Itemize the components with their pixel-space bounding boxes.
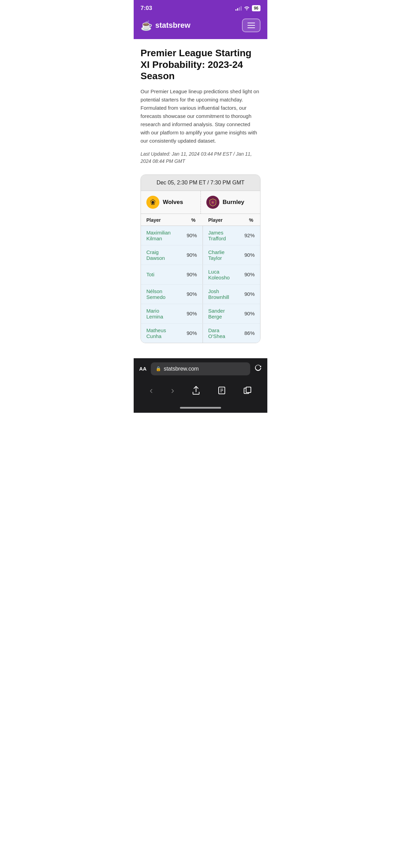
home-player-name[interactable]: Mario Lemina	[141, 304, 181, 323]
home-player-pct: 90%	[181, 304, 202, 323]
home-player-name[interactable]: Matheus Cunha	[141, 323, 181, 343]
match-card: Dec 05, 2:30 PM ET / 7:30 PM GMT Wolves	[141, 174, 260, 343]
match-datetime: Dec 05, 2:30 PM ET / 7:30 PM GMT	[141, 175, 260, 191]
wifi-icon	[244, 5, 250, 11]
home-bar	[180, 407, 221, 409]
away-player-pct: 92%	[239, 226, 260, 245]
away-player-header: Player	[203, 214, 239, 226]
text-size-button[interactable]: AA	[139, 366, 147, 372]
menu-line-3	[247, 27, 255, 28]
away-player-pct: 90%	[239, 304, 260, 323]
away-player-name[interactable]: Josh Brownhill	[203, 284, 239, 304]
table-row: Craig Dawson 90% Charlie Taylor 90%	[141, 245, 260, 265]
svg-text:B: B	[212, 201, 214, 204]
away-player-name[interactable]: Dara O'Shea	[203, 323, 239, 343]
page-description: Our Premier League lineup predictions sh…	[141, 87, 260, 145]
table-header: Player % Player %	[141, 214, 260, 226]
home-player-pct: 90%	[181, 323, 202, 343]
table-row: Nélson Semedo 90% Josh Brownhill 90%	[141, 284, 260, 304]
home-team-section: Wolves	[141, 191, 201, 214]
table-row: Toti 90% Luca Koleosho 90%	[141, 265, 260, 284]
table-row: Matheus Cunha 90% Dara O'Shea 86%	[141, 323, 260, 343]
home-player-name[interactable]: Maximilian Kilman	[141, 226, 181, 245]
table-row: Mario Lemina 90% Sander Berge 90%	[141, 304, 260, 323]
menu-line-2	[247, 25, 255, 26]
main-content: Premier League Starting XI Probability: …	[134, 39, 267, 355]
home-team-name: Wolves	[163, 199, 183, 206]
share-button[interactable]	[187, 385, 205, 396]
logo-text: statsbrew	[155, 21, 191, 30]
home-player-name[interactable]: Nélson Semedo	[141, 284, 181, 304]
away-player-pct: 90%	[239, 245, 260, 265]
menu-button[interactable]	[242, 19, 260, 32]
signal-icon	[235, 6, 242, 11]
players-table: Player % Player % Maximilian Kilman 90% …	[141, 214, 260, 343]
home-indicator	[134, 404, 267, 413]
browser-bar: AA 🔒 statsbrew.com	[134, 358, 267, 379]
home-player-pct: 90%	[181, 226, 202, 245]
away-player-pct: 90%	[239, 265, 260, 284]
logo: ☕ statsbrew	[141, 20, 191, 31]
url-text: statsbrew.com	[164, 366, 199, 372]
away-team-section: B Burnley	[201, 191, 260, 214]
back-button[interactable]: ‹	[144, 384, 158, 397]
home-player-name[interactable]: Craig Dawson	[141, 245, 181, 265]
away-player-pct: 90%	[239, 284, 260, 304]
home-player-pct: 90%	[181, 265, 202, 284]
away-pct-header: %	[239, 214, 260, 226]
home-player-pct: 90%	[181, 245, 202, 265]
status-bar: 7:03 96	[134, 0, 267, 15]
tabs-button[interactable]	[238, 385, 257, 396]
logo-icon: ☕	[141, 20, 153, 31]
url-bar[interactable]: 🔒 statsbrew.com	[151, 362, 250, 375]
home-pct-header: %	[181, 214, 202, 226]
last-updated: Last Updated: Jan 11, 2024 03:44 PM EST …	[141, 150, 260, 165]
away-team-name: Burnley	[223, 199, 244, 206]
svg-rect-9	[246, 387, 251, 393]
burnley-badge: B	[206, 196, 219, 209]
lock-icon: 🔒	[156, 366, 161, 371]
away-player-pct: 86%	[239, 323, 260, 343]
forward-button[interactable]: ›	[166, 384, 180, 397]
battery-indicator: 96	[252, 5, 260, 11]
home-player-pct: 90%	[181, 284, 202, 304]
nav-bar: ‹ ›	[134, 379, 267, 404]
away-player-name[interactable]: James Trafford	[203, 226, 239, 245]
reload-button[interactable]	[254, 364, 262, 373]
bookmark-button[interactable]	[212, 385, 231, 396]
home-player-name[interactable]: Toti	[141, 265, 181, 284]
wolves-badge	[146, 196, 159, 209]
page-title: Premier League Starting XI Probability: …	[141, 47, 260, 82]
away-player-name[interactable]: Charlie Taylor	[203, 245, 239, 265]
status-time: 7:03	[141, 5, 152, 12]
menu-line-1	[247, 23, 255, 23]
teams-row: Wolves B Burnley	[141, 191, 260, 214]
table-row: Maximilian Kilman 90% James Trafford 92%	[141, 226, 260, 245]
away-player-name[interactable]: Sander Berge	[203, 304, 239, 323]
away-player-name[interactable]: Luca Koleosho	[203, 265, 239, 284]
header: ☕ statsbrew	[134, 15, 267, 39]
home-player-header: Player	[141, 214, 181, 226]
status-icons: 96	[235, 5, 260, 11]
